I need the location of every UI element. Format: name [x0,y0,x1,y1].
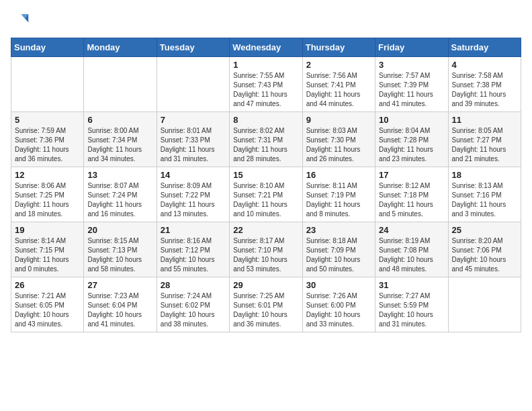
day-info: Sunrise: 7:23 AM Sunset: 6:04 PM Dayligh… [87,291,152,329]
day-info: Sunrise: 7:57 AM Sunset: 7:39 PM Dayligh… [379,71,444,109]
day-info: Sunrise: 8:09 AM Sunset: 7:22 PM Dayligh… [161,181,226,219]
day-number: 7 [161,115,226,125]
day-info: Sunrise: 8:12 AM Sunset: 7:18 PM Dayligh… [379,181,444,219]
header-day-thursday: Thursday [302,38,375,57]
calendar-cell: 22Sunrise: 8:17 AM Sunset: 7:10 PM Dayli… [230,222,302,277]
day-number: 22 [233,225,298,235]
day-number: 23 [306,225,371,235]
calendar-cell: 11Sunrise: 8:05 AM Sunset: 7:27 PM Dayli… [448,112,521,167]
calendar-cell [84,57,157,112]
day-info: Sunrise: 8:06 AM Sunset: 7:25 PM Dayligh… [15,181,80,219]
day-info: Sunrise: 8:02 AM Sunset: 7:31 PM Dayligh… [233,126,298,164]
header-day-sunday: Sunday [11,38,84,57]
calendar-cell: 17Sunrise: 8:12 AM Sunset: 7:18 PM Dayli… [375,167,448,222]
day-number: 24 [379,225,444,235]
day-info: Sunrise: 7:58 AM Sunset: 7:38 PM Dayligh… [452,71,517,109]
logo [11,11,32,30]
day-number: 12 [15,170,80,180]
day-number: 19 [15,225,80,235]
calendar-cell: 18Sunrise: 8:13 AM Sunset: 7:16 PM Dayli… [448,167,521,222]
day-info: Sunrise: 7:59 AM Sunset: 7:36 PM Dayligh… [15,126,80,164]
calendar-cell: 20Sunrise: 8:15 AM Sunset: 7:13 PM Dayli… [84,222,157,277]
calendar-cell: 23Sunrise: 8:18 AM Sunset: 7:09 PM Dayli… [302,222,375,277]
day-number: 16 [306,170,371,180]
day-number: 21 [161,225,226,235]
calendar-cell: 6Sunrise: 8:00 AM Sunset: 7:34 PM Daylig… [84,112,157,167]
calendar-cell: 25Sunrise: 8:20 AM Sunset: 7:06 PM Dayli… [448,222,521,277]
day-number: 17 [379,170,444,180]
calendar-cell: 29Sunrise: 7:25 AM Sunset: 6:01 PM Dayli… [230,277,302,332]
day-number: 5 [15,115,80,125]
day-number: 31 [379,280,444,290]
day-info: Sunrise: 7:26 AM Sunset: 6:00 PM Dayligh… [306,291,371,329]
calendar-cell: 30Sunrise: 7:26 AM Sunset: 6:00 PM Dayli… [302,277,375,332]
day-info: Sunrise: 8:03 AM Sunset: 7:30 PM Dayligh… [306,126,371,164]
calendar-week-5: 26Sunrise: 7:21 AM Sunset: 6:05 PM Dayli… [11,277,521,332]
day-info: Sunrise: 7:21 AM Sunset: 6:05 PM Dayligh… [15,291,80,329]
day-number: 30 [306,280,371,290]
day-info: Sunrise: 8:13 AM Sunset: 7:16 PM Dayligh… [452,181,517,219]
day-info: Sunrise: 8:16 AM Sunset: 7:12 PM Dayligh… [161,236,226,274]
day-number: 11 [452,115,517,125]
day-info: Sunrise: 8:04 AM Sunset: 7:28 PM Dayligh… [379,126,444,164]
calendar-cell [157,57,229,112]
calendar-cell: 3Sunrise: 7:57 AM Sunset: 7:39 PM Daylig… [375,57,448,112]
day-info: Sunrise: 8:11 AM Sunset: 7:19 PM Dayligh… [306,181,371,219]
calendar-cell: 28Sunrise: 7:24 AM Sunset: 6:02 PM Dayli… [157,277,229,332]
calendar-cell: 4Sunrise: 7:58 AM Sunset: 7:38 PM Daylig… [448,57,521,112]
calendar-cell: 19Sunrise: 8:14 AM Sunset: 7:15 PM Dayli… [11,222,84,277]
calendar-cell: 8Sunrise: 8:02 AM Sunset: 7:31 PM Daylig… [230,112,302,167]
header-day-wednesday: Wednesday [230,38,302,57]
day-info: Sunrise: 8:14 AM Sunset: 7:15 PM Dayligh… [15,236,80,274]
calendar-cell [448,277,521,332]
day-number: 28 [161,280,226,290]
calendar-cell: 21Sunrise: 8:16 AM Sunset: 7:12 PM Dayli… [157,222,229,277]
calendar-body: 1Sunrise: 7:55 AM Sunset: 7:43 PM Daylig… [11,57,521,332]
day-number: 9 [306,115,371,125]
page-header [11,11,521,30]
day-number: 18 [452,170,517,180]
day-number: 20 [87,225,152,235]
calendar-cell: 14Sunrise: 8:09 AM Sunset: 7:22 PM Dayli… [157,167,229,222]
day-info: Sunrise: 8:17 AM Sunset: 7:10 PM Dayligh… [233,236,298,274]
day-info: Sunrise: 8:01 AM Sunset: 7:33 PM Dayligh… [161,126,226,164]
day-number: 8 [233,115,298,125]
day-info: Sunrise: 7:27 AM Sunset: 5:59 PM Dayligh… [379,291,444,329]
calendar-cell: 15Sunrise: 8:10 AM Sunset: 7:21 PM Dayli… [230,167,302,222]
calendar-week-4: 19Sunrise: 8:14 AM Sunset: 7:15 PM Dayli… [11,222,521,277]
calendar-week-2: 5Sunrise: 7:59 AM Sunset: 7:36 PM Daylig… [11,112,521,167]
calendar-header-row: SundayMondayTuesdayWednesdayThursdayFrid… [11,38,521,57]
day-info: Sunrise: 8:18 AM Sunset: 7:09 PM Dayligh… [306,236,371,274]
day-number: 6 [87,115,152,125]
calendar-week-3: 12Sunrise: 8:06 AM Sunset: 7:25 PM Dayli… [11,167,521,222]
day-number: 4 [452,60,517,70]
calendar-week-1: 1Sunrise: 7:55 AM Sunset: 7:43 PM Daylig… [11,57,521,112]
day-number: 15 [233,170,298,180]
day-number: 2 [306,60,371,70]
header-day-saturday: Saturday [448,38,521,57]
calendar-cell: 9Sunrise: 8:03 AM Sunset: 7:30 PM Daylig… [302,112,375,167]
header-day-tuesday: Tuesday [157,38,229,57]
header-day-monday: Monday [84,38,157,57]
day-info: Sunrise: 7:24 AM Sunset: 6:02 PM Dayligh… [161,291,226,329]
calendar-cell: 31Sunrise: 7:27 AM Sunset: 5:59 PM Dayli… [375,277,448,332]
calendar-cell: 24Sunrise: 8:19 AM Sunset: 7:08 PM Dayli… [375,222,448,277]
day-number: 27 [87,280,152,290]
calendar-cell: 5Sunrise: 7:59 AM Sunset: 7:36 PM Daylig… [11,112,84,167]
day-info: Sunrise: 8:00 AM Sunset: 7:34 PM Dayligh… [87,126,152,164]
logo-icon [11,11,30,30]
day-number: 26 [15,280,80,290]
day-info: Sunrise: 8:20 AM Sunset: 7:06 PM Dayligh… [452,236,517,274]
calendar-cell: 7Sunrise: 8:01 AM Sunset: 7:33 PM Daylig… [157,112,229,167]
calendar-cell: 16Sunrise: 8:11 AM Sunset: 7:19 PM Dayli… [302,167,375,222]
calendar-table: SundayMondayTuesdayWednesdayThursdayFrid… [11,38,521,332]
day-info: Sunrise: 8:15 AM Sunset: 7:13 PM Dayligh… [87,236,152,274]
calendar-cell: 10Sunrise: 8:04 AM Sunset: 7:28 PM Dayli… [375,112,448,167]
day-number: 3 [379,60,444,70]
day-info: Sunrise: 8:05 AM Sunset: 7:27 PM Dayligh… [452,126,517,164]
day-number: 14 [161,170,226,180]
calendar-cell: 1Sunrise: 7:55 AM Sunset: 7:43 PM Daylig… [230,57,302,112]
calendar-cell: 27Sunrise: 7:23 AM Sunset: 6:04 PM Dayli… [84,277,157,332]
day-number: 13 [87,170,152,180]
day-info: Sunrise: 7:25 AM Sunset: 6:01 PM Dayligh… [233,291,298,329]
